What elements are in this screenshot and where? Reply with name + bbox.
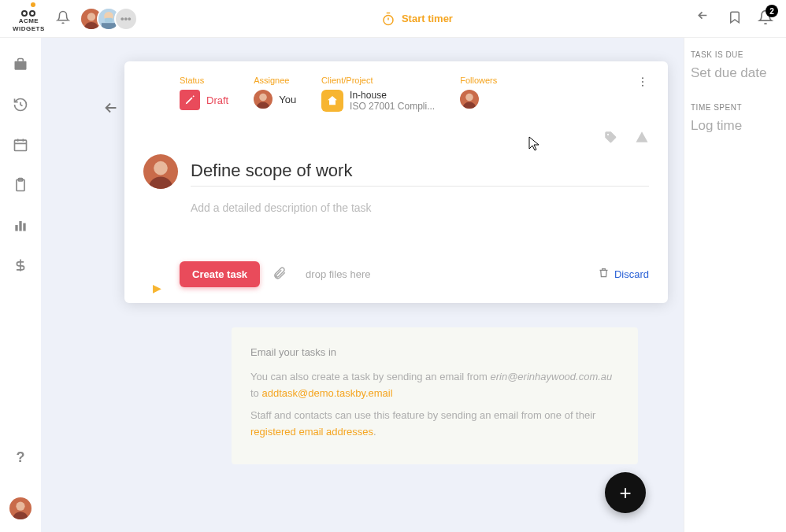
svg-point-23 (607, 134, 609, 135)
time-spent-label: TIME SPENT (691, 103, 780, 112)
top-bar: ACME WIDGETS ••• Start timer 2 (0, 0, 786, 38)
svg-rect-12 (19, 221, 21, 231)
set-due-date-button[interactable]: Set due date (691, 65, 780, 81)
svg-rect-11 (15, 225, 17, 231)
nav-briefcase-icon[interactable] (13, 57, 28, 75)
project-name: ISO 27001 Compli... (350, 101, 435, 112)
trash-icon (598, 267, 610, 281)
nav-billing-icon[interactable] (13, 257, 28, 275)
discard-label: Discard (614, 268, 649, 280)
timer-label: Start timer (402, 13, 453, 24)
svg-point-19 (465, 94, 473, 102)
email-card-line2: Staff and contacts can use this feature … (250, 408, 619, 441)
house-icon (321, 90, 343, 112)
project-field[interactable]: Client/Project In-house ISO 27001 Compli… (321, 76, 435, 113)
status-field[interactable]: Status Draft (180, 76, 228, 110)
nav-clipboard-icon[interactable] (13, 177, 28, 195)
nav-user-avatar[interactable] (9, 497, 32, 519)
nav-calendar-icon[interactable] (13, 137, 28, 155)
notifications-icon[interactable]: 2 (758, 9, 773, 28)
email-info-card: Email your tasks in You can also create … (232, 327, 638, 464)
svg-point-20 (642, 77, 643, 79)
follower-avatar (460, 90, 479, 109)
task-description-input[interactable]: Add a detailed description of the task (191, 201, 649, 214)
brand-line1: ACME (19, 17, 39, 24)
project-client: In-house (350, 90, 435, 101)
more-menu-icon[interactable] (636, 76, 649, 91)
due-label: TASK IS DUE (691, 50, 780, 59)
status-label: Status (180, 76, 228, 85)
status-value: Draft (206, 94, 228, 106)
assignee-field[interactable]: Assignee You (254, 76, 296, 109)
owner-avatar (143, 154, 178, 189)
svg-point-21 (642, 81, 643, 83)
registered-addresses-link[interactable]: registered email addresses (250, 426, 373, 438)
assignee-value: You (279, 94, 296, 105)
start-timer-button[interactable]: Start timer (381, 12, 453, 26)
addtask-email-link[interactable]: addtask@demo.taskby.email (261, 387, 392, 399)
task-card: Status Draft Assignee You Client/Project (124, 61, 668, 303)
dropzone-text[interactable]: drop files here (306, 268, 370, 280)
attach-icon[interactable] (273, 266, 287, 283)
brand-logo[interactable]: ACME WIDGETS (13, 6, 45, 32)
followers-field[interactable]: Followers (460, 76, 497, 109)
log-time-button[interactable]: Log time (691, 118, 780, 134)
nav-recent-icon[interactable] (13, 97, 28, 115)
main-canvas: Status Draft Assignee You Client/Project (41, 38, 684, 532)
fab-add-button[interactable]: + (605, 472, 646, 513)
email-card-title: Email your tasks in (250, 345, 619, 361)
svg-point-25 (154, 161, 168, 175)
stopwatch-icon (381, 12, 395, 26)
create-task-button[interactable]: Create task (180, 261, 260, 287)
svg-rect-13 (23, 224, 25, 231)
presence-avatars[interactable]: ••• (86, 7, 138, 31)
discard-button[interactable]: Discard (598, 267, 649, 281)
svg-rect-7 (15, 61, 27, 70)
bookmarks-icon[interactable] (728, 10, 742, 27)
assignee-avatar (254, 90, 273, 109)
task-title-input[interactable] (191, 156, 649, 187)
email-card-line1: You can also create a task by sending an… (250, 369, 619, 402)
right-panel: TASK IS DUE Set due date TIME SPENT Log … (684, 38, 786, 532)
back-button[interactable] (102, 99, 120, 119)
svg-rect-5 (102, 23, 116, 29)
svg-point-15 (16, 502, 24, 511)
nav-reports-icon[interactable] (13, 217, 28, 235)
tag-icon[interactable] (603, 130, 617, 146)
notifications-icon-top[interactable] (56, 10, 70, 27)
svg-point-1 (87, 13, 95, 20)
svg-rect-8 (15, 140, 27, 150)
followers-label: Followers (460, 76, 497, 85)
return-icon[interactable] (696, 9, 712, 28)
brand-line2: WIDGETS (13, 25, 45, 32)
presence-add[interactable]: ••• (114, 7, 138, 31)
side-nav: ? (0, 38, 41, 532)
svg-point-22 (642, 85, 643, 87)
pointer-marker-icon: ▶ (153, 282, 161, 294)
pencil-icon (180, 90, 200, 110)
nav-help[interactable]: ? (17, 449, 25, 466)
priority-icon[interactable] (635, 130, 649, 146)
assignee-label: Assignee (254, 76, 296, 85)
notification-badge: 2 (766, 5, 778, 17)
svg-point-17 (259, 94, 267, 102)
project-label: Client/Project (321, 76, 435, 85)
svg-rect-4 (105, 17, 113, 22)
